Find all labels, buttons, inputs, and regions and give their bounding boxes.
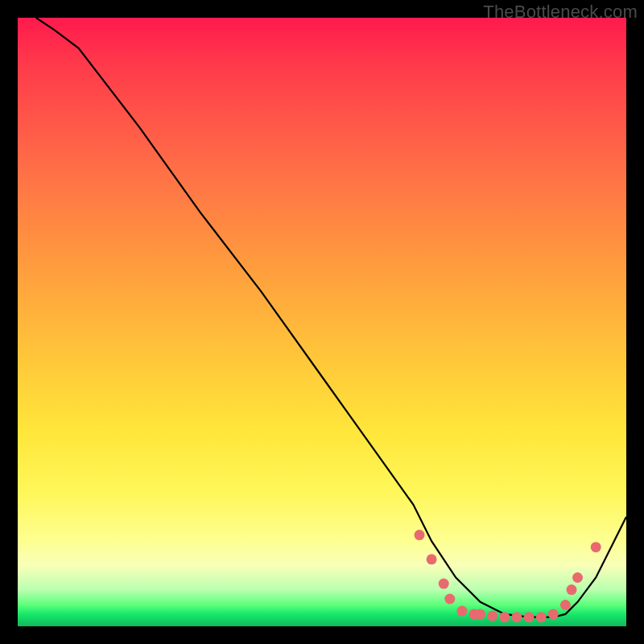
data-marker [439,579,449,589]
data-marker [415,530,425,540]
data-marker [567,584,577,595]
data-marker [499,612,510,622]
data-marker [560,600,571,610]
marker-group [415,530,601,622]
chart-stage: TheBottleneck.com [0,0,644,644]
data-marker [536,612,547,622]
bottleneck-curve [36,18,626,617]
data-marker [456,606,467,617]
data-marker [548,609,559,619]
watermark-text: TheBottleneck.com [483,2,638,23]
chart-svg [18,18,626,626]
data-marker [427,554,437,564]
data-marker [444,594,455,605]
data-marker [524,612,535,622]
data-marker [511,612,522,622]
data-marker [475,609,485,619]
chart-plot-area [18,18,626,626]
data-marker [572,572,583,583]
data-marker [591,542,601,552]
data-marker [487,611,497,621]
